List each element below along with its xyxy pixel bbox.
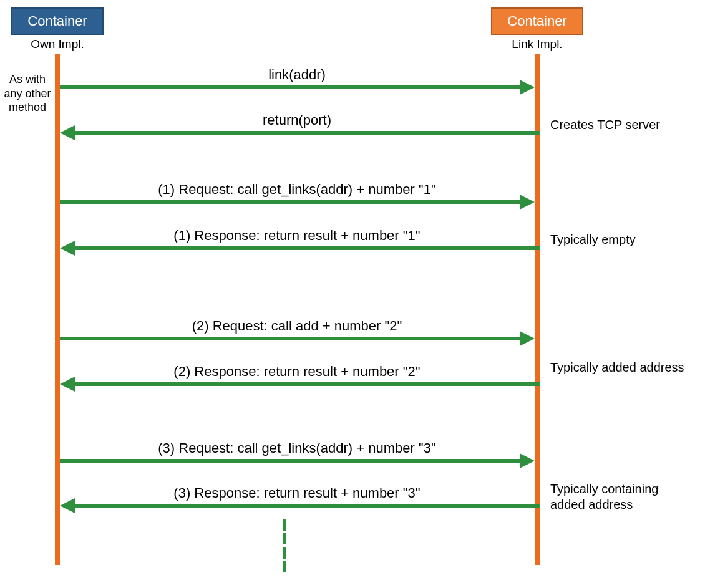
msg-1-arrowhead-icon bbox=[60, 125, 75, 140]
msg-4-label: (2) Request: call add + number "2" bbox=[60, 318, 534, 334]
participant-right-subtitle: Link Impl. bbox=[491, 37, 583, 51]
msg-5-right-note: Typically added address bbox=[550, 360, 694, 375]
msg-7-right-note: Typically containing added address bbox=[550, 481, 694, 513]
msg-0-arrowhead-icon bbox=[520, 80, 535, 95]
msg-5-arrowhead-icon bbox=[60, 377, 75, 392]
msg-2-arrowhead-icon bbox=[520, 195, 535, 210]
participant-right-title: Container bbox=[507, 13, 566, 29]
participant-right-box: Container bbox=[491, 7, 583, 35]
msg-3-right-note: Typically empty bbox=[550, 232, 694, 248]
msg-6-arrow bbox=[60, 459, 520, 463]
msg-1-right-note: Creates TCP server bbox=[550, 117, 694, 133]
msg-7-label: (3) Response: return result + number "3" bbox=[60, 485, 534, 501]
participant-left-title: Container bbox=[27, 13, 87, 29]
msg-6-arrowhead-icon bbox=[520, 453, 535, 468]
msg-2-label: (1) Request: call get_links(addr) + numb… bbox=[60, 181, 534, 198]
msg-5-label: (2) Response: return result + number "2" bbox=[60, 364, 534, 380]
lifeline-left bbox=[55, 54, 60, 565]
msg-3-arrow bbox=[75, 246, 540, 250]
msg-3-label: (1) Response: return result + number "1" bbox=[60, 228, 534, 244]
msg-6-label: (3) Request: call get_links(addr) + numb… bbox=[60, 440, 534, 456]
msg-7-arrow bbox=[75, 504, 540, 508]
msg-2-arrow bbox=[60, 200, 520, 204]
msg-3-arrowhead-icon bbox=[60, 241, 75, 256]
continuation-dashes-icon bbox=[283, 519, 286, 572]
msg-1-label: return(port) bbox=[60, 112, 534, 128]
msg-0-label: link(addr) bbox=[60, 67, 534, 83]
msg-4-arrow bbox=[60, 337, 520, 340]
participant-left-box: Container bbox=[11, 7, 104, 35]
participant-left-subtitle: Own Impl. bbox=[11, 37, 104, 51]
msg-0-arrow bbox=[60, 85, 520, 89]
msg-7-arrowhead-icon bbox=[60, 498, 75, 513]
left-note: As with any other method bbox=[0, 72, 55, 115]
msg-1-arrow bbox=[75, 131, 540, 135]
lifeline-right bbox=[535, 54, 540, 565]
msg-5-arrow bbox=[75, 382, 540, 386]
msg-4-arrowhead-icon bbox=[520, 331, 535, 346]
